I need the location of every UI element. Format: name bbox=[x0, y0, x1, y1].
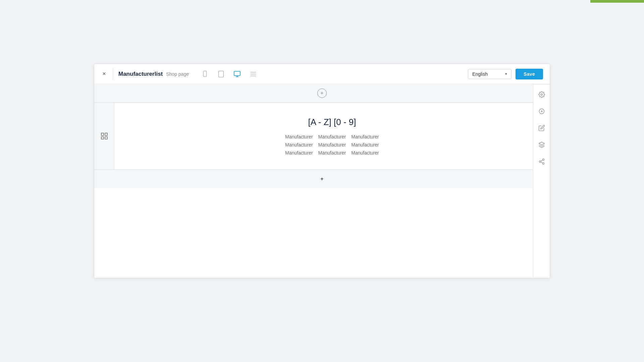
close-button[interactable]: × bbox=[101, 68, 113, 80]
content-area: + [A - Z] [0 - 9] bbox=[94, 84, 550, 188]
chevron-down-icon: ▾ bbox=[505, 72, 507, 76]
desktop-view-icon[interactable] bbox=[231, 68, 243, 80]
svg-marker-18 bbox=[539, 142, 544, 145]
svg-rect-11 bbox=[105, 133, 107, 135]
language-select-value: English bbox=[472, 71, 502, 77]
page-title: Manufacturerlist bbox=[118, 71, 163, 77]
main-wrapper: × Manufacturerlist Shop page bbox=[0, 0, 644, 362]
manufacturer-item: Manufacturer bbox=[285, 150, 313, 156]
top-accent bbox=[590, 0, 644, 3]
manufacturer-item: Manufacturer bbox=[318, 150, 346, 156]
add-section-bottom-icon: + bbox=[320, 176, 323, 182]
layout-icon bbox=[100, 132, 108, 140]
save-button[interactable]: Save bbox=[516, 69, 543, 79]
manufacturer-item: Manufacturer bbox=[285, 134, 313, 139]
manufacturer-list: Manufacturer Manufacturer Manufacturer M… bbox=[285, 134, 379, 156]
manufacturer-item: Manufacturer bbox=[318, 134, 346, 139]
layers-icon[interactable] bbox=[536, 139, 547, 150]
add-section-bottom[interactable]: + bbox=[94, 170, 550, 188]
svg-point-20 bbox=[539, 161, 541, 163]
settings-icon[interactable] bbox=[536, 89, 547, 100]
add-section-top[interactable]: + bbox=[94, 84, 550, 103]
svg-point-21 bbox=[542, 163, 544, 164]
add-section-top-icon: + bbox=[317, 88, 327, 98]
manufacturer-item: Manufacturer bbox=[351, 142, 379, 147]
share-icon[interactable] bbox=[536, 156, 547, 167]
svg-rect-12 bbox=[105, 137, 107, 139]
manufacturer-item: Manufacturer bbox=[351, 150, 379, 156]
editor-container: × Manufacturerlist Shop page bbox=[94, 64, 550, 278]
mobile-view-icon[interactable] bbox=[199, 68, 211, 80]
device-icons bbox=[199, 68, 468, 80]
svg-line-23 bbox=[541, 160, 543, 161]
add-icon[interactable] bbox=[536, 106, 547, 117]
svg-line-22 bbox=[541, 162, 543, 163]
section-row: [A - Z] [0 - 9] Manufacturer Manufacture… bbox=[94, 103, 550, 170]
manufacturer-item: Manufacturer bbox=[351, 134, 379, 139]
manufacturer-item: Manufacturer bbox=[318, 142, 346, 147]
svg-rect-13 bbox=[101, 137, 104, 139]
edit-icon[interactable] bbox=[536, 123, 547, 133]
tablet-view-icon[interactable] bbox=[215, 68, 227, 80]
section-content: [A - Z] [0 - 9] Manufacturer Manufacture… bbox=[114, 103, 550, 169]
toolbar: × Manufacturerlist Shop page bbox=[94, 64, 550, 84]
svg-point-14 bbox=[541, 94, 542, 96]
right-panel bbox=[533, 84, 550, 278]
list-view-icon[interactable] bbox=[247, 68, 259, 80]
svg-rect-4 bbox=[234, 71, 240, 75]
language-select[interactable]: English ▾ bbox=[468, 69, 512, 79]
manufacturer-item: Manufacturer bbox=[285, 142, 313, 147]
svg-rect-2 bbox=[219, 71, 224, 77]
svg-point-19 bbox=[542, 159, 544, 161]
page-subtitle: Shop page bbox=[166, 71, 189, 77]
manufacturer-row-2: Manufacturer Manufacturer Manufacturer bbox=[285, 142, 379, 147]
svg-rect-0 bbox=[203, 71, 206, 76]
manufacturer-title: [A - Z] [0 - 9] bbox=[308, 117, 356, 127]
manufacturer-row-3: Manufacturer Manufacturer Manufacturer bbox=[285, 150, 379, 156]
toolbar-right: English ▾ Save bbox=[468, 69, 543, 79]
manufacturer-row-1: Manufacturer Manufacturer Manufacturer bbox=[285, 134, 379, 139]
section-sidebar bbox=[94, 103, 114, 169]
svg-rect-10 bbox=[101, 133, 104, 135]
